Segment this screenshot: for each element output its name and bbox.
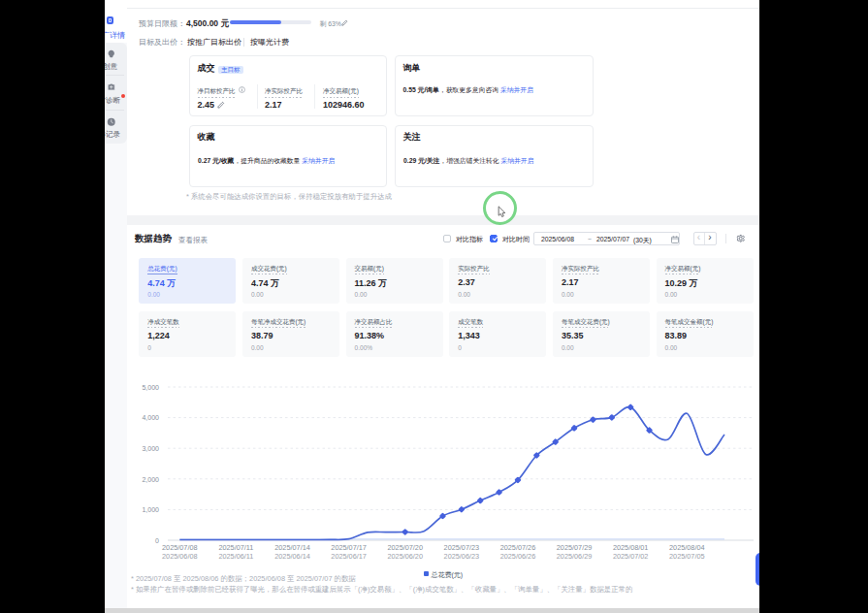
- top-divider: [127, 8, 759, 9]
- x-tick-label-compare: 2025/06/23: [444, 552, 480, 561]
- deal-metric-2-value: 2.17: [265, 100, 282, 110]
- metric-label: 每笔成交花费(元): [562, 318, 610, 328]
- x-tick-label-current: 2025/07/14: [274, 543, 310, 552]
- metric-card-0[interactable]: 总花费(元)4.74 万0.00: [139, 258, 236, 304]
- metric-value: 10.29 万: [665, 277, 698, 290]
- metric-value: 4.74 万: [147, 277, 176, 290]
- metric-subvalue: 0.00: [355, 291, 368, 298]
- metric-card-2[interactable]: 交易额(元)11.26 万0.00: [346, 258, 443, 304]
- metric-card-3[interactable]: 实际投产比2.370.00: [449, 258, 546, 304]
- favorite-adopt-link[interactable]: 采纳并开启: [302, 157, 335, 164]
- metric-label: 净交易额(元): [665, 265, 701, 274]
- inquiry-desc: ，获取更多意向咨询: [439, 86, 498, 93]
- x-tick-label-current: 2025/07/17: [331, 543, 367, 552]
- creative-icon[interactable]: [107, 49, 116, 59]
- follow-desc: ，增强店铺关注转化: [439, 157, 498, 164]
- goal-cards-footnote: * 系统会尽可能达成你设置的目标，保持稳定投放有助于提升达成: [186, 192, 392, 202]
- date-range-days: (30天): [633, 236, 652, 245]
- metric-label: 净实际投产比: [562, 265, 599, 274]
- metric-card-8[interactable]: 净交易额占比91.38%0.00%: [346, 311, 443, 357]
- metric-label: 总花费(元): [147, 265, 177, 274]
- y-tick-label: 1,000: [142, 506, 159, 513]
- deal-metric-divider-2: [314, 84, 315, 109]
- metric-card-7[interactable]: 每笔净成交花费(元)38.790.00: [242, 311, 339, 357]
- x-tick-label-compare: 2025/06/14: [274, 552, 310, 561]
- deal-metric-3-value: 102946.60: [323, 100, 365, 110]
- x-tick-label-compare: 2025/07/02: [613, 552, 649, 561]
- date-nav: ‹ ›: [693, 232, 717, 246]
- metric-value: 11.26 万: [355, 277, 388, 290]
- diagnosis-icon[interactable]: [107, 82, 116, 92]
- x-tick-label-current: 2025/08/04: [669, 543, 705, 552]
- compare-time-checkbox[interactable]: [490, 235, 498, 242]
- inquiry-price: 0.55 元/询单: [403, 86, 439, 93]
- budget-edit-pencil-icon[interactable]: [341, 19, 348, 26]
- metric-card-10[interactable]: 每笔成交花费(元)35.350.00: [553, 311, 650, 357]
- trend-title: 数据趋势: [135, 233, 172, 245]
- goal-option-divider: [243, 38, 244, 47]
- metric-card-9[interactable]: 成交笔数1,3430: [449, 311, 546, 357]
- section-gap: [127, 215, 759, 225]
- metric-subvalue: 0.00: [251, 291, 264, 298]
- next-period-button[interactable]: ›: [705, 233, 716, 245]
- gear-icon[interactable]: [736, 234, 746, 243]
- data-point-marker: [402, 529, 408, 535]
- sidebar-divider-2: [106, 110, 124, 111]
- budget-progress-track: [230, 20, 311, 24]
- goal-card-deal: 成交 主目标 净目标投产比 2.45 净实际投产比 2.17 净交易额(元) 1…: [189, 55, 387, 116]
- x-tick-label-compare: 2025/06/26: [500, 552, 536, 561]
- metric-card-1[interactable]: 成交花费(元)4.74 万0.00: [242, 258, 339, 304]
- legend-label[interactable]: 总花费(元): [432, 570, 464, 580]
- x-tick-label-current: 2025/07/26: [500, 543, 536, 552]
- trend-line-chart[interactable]: 01,0002,0003,0004,0005,0002025/07/082025…: [127, 369, 759, 567]
- edit-roi-pencil-icon[interactable]: [217, 101, 225, 109]
- sidebar: 推广详情 创意 推广诊断 操作记录: [105, 0, 127, 608]
- goal-option-by-impression[interactable]: 按曝光计费: [250, 37, 289, 48]
- goal-card-follow: 关注 0.29 元/关注，增强店铺关注转化 采纳并开启: [395, 125, 594, 187]
- follow-card-title: 关注: [403, 131, 421, 144]
- compare-time-label: 对比时间: [502, 235, 530, 244]
- date-range-picker[interactable]: 2025/06/08 ~ 2025/07/07 (30天): [533, 232, 680, 246]
- metric-value: 1,343: [458, 331, 480, 340]
- x-tick-label-compare: 2025/07/05: [669, 552, 705, 561]
- sidebar-divider-1: [106, 75, 124, 76]
- follow-price: 0.29 元/关注: [403, 157, 439, 164]
- metric-card-4[interactable]: 净实际投产比2.170.00: [553, 258, 650, 304]
- x-tick-label-compare: 2025/06/20: [387, 552, 423, 561]
- favorite-desc: ，提升商品的收藏数量: [234, 157, 300, 164]
- metric-subvalue: 0.00: [562, 344, 574, 351]
- deal-metric-1: 净目标投产比 2.45: [198, 85, 254, 111]
- promo-detail-icon[interactable]: [107, 16, 114, 24]
- metric-label: 每笔成交金额(元): [665, 318, 714, 328]
- budget-progress-fill: [230, 20, 281, 24]
- x-tick-label-compare: 2025/06/29: [557, 552, 593, 561]
- budget-remaining: 剩 63%: [320, 19, 341, 29]
- compare-metric-checkbox[interactable]: [443, 235, 451, 242]
- history-icon[interactable]: [107, 117, 116, 127]
- view-report-link[interactable]: 查看报表: [178, 236, 208, 245]
- goal-option-by-target[interactable]: 按推广目标出价: [187, 37, 241, 48]
- x-tick-label-current: 2025/07/29: [557, 543, 593, 552]
- date-range-start[interactable]: 2025/06/08: [541, 236, 574, 242]
- goal-label: 目标及出价：: [139, 37, 185, 48]
- follow-adopt-link[interactable]: 采纳并开启: [500, 157, 533, 164]
- x-tick-label-current: 2025/07/08: [162, 543, 198, 552]
- prev-period-button[interactable]: ‹: [694, 233, 705, 245]
- metric-value: 83.89: [665, 331, 688, 340]
- x-tick-label-current: 2025/07/11: [218, 543, 253, 552]
- favorite-card-title: 收藏: [198, 131, 215, 144]
- date-range-end[interactable]: 2025/07/07: [596, 236, 629, 242]
- deal-metric-3-label: 净交易额(元): [323, 87, 359, 98]
- chart-footnote-2: * 如果推广在暂停或删除前已经获得了曝光，那么在暂停或重建后展示「(净)交易额」…: [131, 585, 632, 595]
- chevron-left-icon: ‹: [697, 232, 700, 242]
- inquiry-adopt-link[interactable]: 采纳并开启: [500, 86, 533, 93]
- metric-card-11[interactable]: 每笔成交金额(元)83.890.00: [657, 311, 754, 357]
- metric-card-6[interactable]: 净成交笔数1,2240: [139, 311, 236, 357]
- info-icon[interactable]: [239, 86, 245, 93]
- metric-card-5[interactable]: 净交易额(元)10.29 万0.00: [657, 258, 754, 304]
- primary-goal-badge: 主目标: [218, 66, 243, 74]
- deal-metric-1-label: 净目标投产比: [198, 87, 236, 98]
- data-point-marker: [590, 416, 596, 423]
- metric-label: 每笔净成交花费(元): [251, 318, 305, 328]
- mouse-cursor-icon: [498, 206, 507, 219]
